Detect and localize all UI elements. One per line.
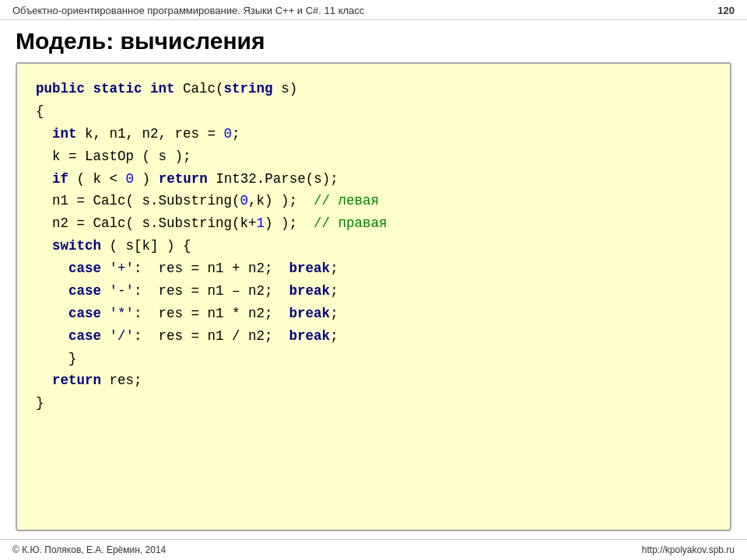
header-title: Объектно-ориентированное программировани… [12, 5, 364, 16]
footer: © К.Ю. Поляков, Е.А. Ерёмин, 2014 http:/… [0, 539, 747, 560]
header: Объектно-ориентированное программировани… [0, 0, 747, 20]
code-block: public static int Calc(string s) { int k… [36, 78, 711, 415]
header-page: 120 [717, 5, 735, 16]
content-area: public static int Calc(string s) { int k… [0, 62, 747, 539]
page: Объектно-ориентированное программировани… [0, 0, 747, 560]
code-box: public static int Calc(string s) { int k… [16, 62, 731, 531]
footer-left: © К.Ю. Поляков, Е.А. Ерёмин, 2014 [12, 544, 166, 555]
page-title: Модель: вычисления [0, 20, 747, 62]
footer-right: http://kpolyakov.spb.ru [642, 544, 735, 555]
